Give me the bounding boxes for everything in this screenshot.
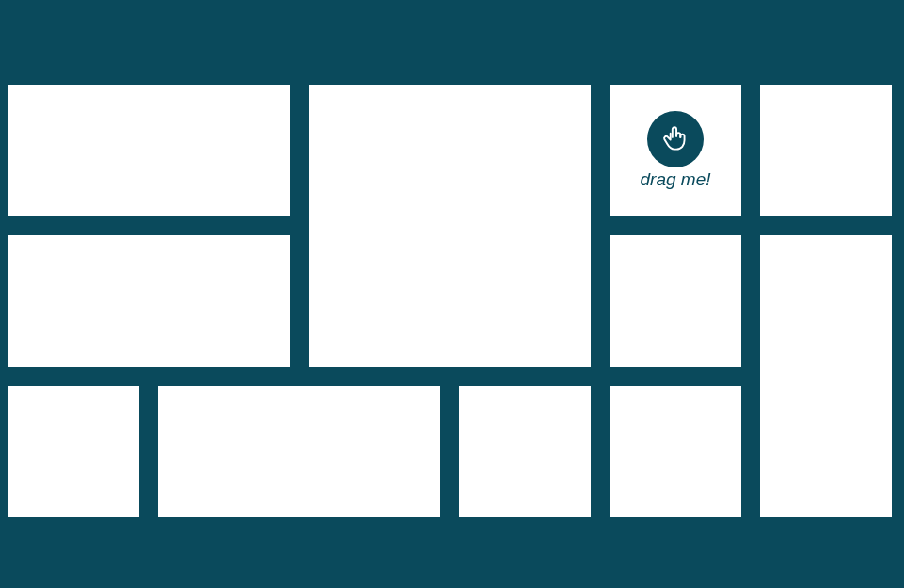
grid-tile[interactable] xyxy=(760,85,892,216)
grid-tile[interactable] xyxy=(760,235,892,517)
grid-tile[interactable]: drag me! xyxy=(610,85,741,216)
grid-tile[interactable] xyxy=(610,386,741,517)
grid-tile[interactable] xyxy=(610,235,741,367)
drag-me-label: drag me! xyxy=(641,169,711,190)
draggable-grid-container: drag me! xyxy=(0,0,904,588)
drag-me-indicator: drag me! xyxy=(610,85,741,216)
grid-tile[interactable] xyxy=(158,386,440,517)
grid-tile[interactable] xyxy=(459,386,591,517)
grid-tile[interactable] xyxy=(8,85,290,216)
drag-icon-circle xyxy=(647,111,704,167)
grid-tile[interactable] xyxy=(8,386,139,517)
pointing-hand-icon xyxy=(659,123,691,155)
grid-tile[interactable] xyxy=(8,235,290,367)
grid-tile[interactable] xyxy=(309,85,591,367)
